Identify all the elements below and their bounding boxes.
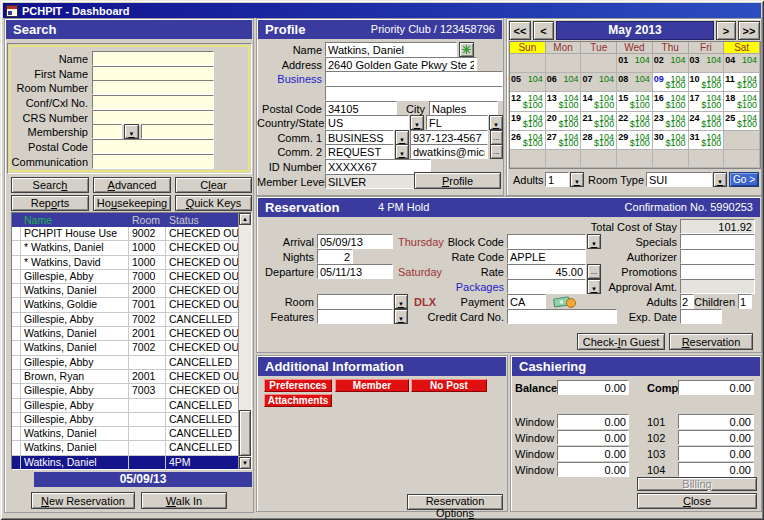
calendar-day-cell[interactable]: 03104 xyxy=(689,54,725,73)
calendar-day-cell[interactable]: 25104$100 xyxy=(724,112,760,131)
features-input[interactable] xyxy=(317,309,393,324)
room-type-dropdown-button[interactable]: ▼ xyxy=(713,172,727,187)
calendar-day-cell[interactable]: 13104$100 xyxy=(546,92,582,111)
search-membership-type-input[interactable] xyxy=(92,124,122,139)
rate-input[interactable] xyxy=(507,264,586,279)
prev-year-button[interactable]: << xyxy=(509,21,531,40)
scroll-up-button[interactable]: ▲ xyxy=(239,213,251,225)
advanced-button[interactable]: Advanced xyxy=(93,177,171,193)
search-crs-input[interactable] xyxy=(92,110,214,125)
name-column-header[interactable]: Name xyxy=(21,213,129,227)
business-input-2[interactable] xyxy=(325,86,503,101)
room-column-header[interactable]: Room xyxy=(129,213,166,227)
result-row[interactable]: Gillespie, AbbyCANCELLED xyxy=(12,356,239,370)
reports-button[interactable]: Reports xyxy=(11,195,89,211)
calendar-day-cell[interactable]: 19104$100 xyxy=(510,112,546,131)
search-name-input[interactable] xyxy=(92,51,214,66)
comm2-dropdown-button[interactable]: ▼ xyxy=(395,144,409,159)
search-conf-cxl-input[interactable] xyxy=(92,95,214,110)
room-dropdown-button[interactable]: ▼ xyxy=(394,294,408,309)
reservation-button[interactable]: Reservation xyxy=(669,333,753,350)
clear-button[interactable]: Clear xyxy=(175,177,252,193)
state-dropdown-button[interactable]: ▼ xyxy=(489,115,503,130)
membership-dropdown-button[interactable]: ▼ xyxy=(124,124,139,139)
results-scrollbar[interactable]: ▲ ▼ xyxy=(238,213,251,469)
children-input[interactable] xyxy=(738,294,752,309)
prev-month-button[interactable]: < xyxy=(533,21,554,40)
status-column-header[interactable]: Status xyxy=(166,213,239,227)
result-row[interactable]: PCHPIT House Use9002CHECKED OUT xyxy=(12,227,239,241)
rate-code-input[interactable] xyxy=(507,249,586,264)
calendar-day-cell[interactable]: 30104$100 xyxy=(653,131,689,150)
search-membership-input[interactable] xyxy=(141,124,214,139)
reservation-options-button[interactable]: Reservation Options xyxy=(407,494,503,510)
calendar-day-cell[interactable]: 27104$100 xyxy=(546,131,582,150)
result-row[interactable]: Gillespie, Abby7002CANCELLED xyxy=(12,313,239,327)
check-in-guest-button[interactable]: Check-In Guest xyxy=(577,333,665,350)
result-row[interactable]: Watkins, Daniel7002CHECKED OUT xyxy=(12,341,239,355)
block-code-input[interactable] xyxy=(507,234,586,249)
calendar-day-cell[interactable]: 20104$100 xyxy=(546,112,582,131)
features-dropdown-button[interactable]: ▼ xyxy=(394,309,408,324)
calendar-day-cell[interactable]: 08104 xyxy=(617,73,653,92)
walk-in-button[interactable]: Walk In xyxy=(141,492,227,509)
calendar-day-cell[interactable]: 04104 xyxy=(724,54,760,73)
calendar-day-cell[interactable]: 17104$100 xyxy=(689,92,725,111)
result-row[interactable]: * Watkins, David1000CHECKED OUT xyxy=(12,256,239,270)
scrollbar-thumb[interactable] xyxy=(239,410,251,456)
exp-date-input[interactable] xyxy=(680,309,722,324)
comm1-dropdown-button[interactable]: ▼ xyxy=(395,130,409,145)
calendar-day-cell[interactable]: 21104$100 xyxy=(581,112,617,131)
packages-input[interactable] xyxy=(507,279,586,294)
search-room-number-input[interactable] xyxy=(92,80,214,95)
room-type-input[interactable] xyxy=(646,172,712,187)
calendar-day-cell[interactable]: 18104$100 xyxy=(724,92,760,111)
state-input[interactable] xyxy=(426,115,488,130)
search-communication-input[interactable] xyxy=(92,154,214,169)
address-input[interactable] xyxy=(325,57,477,72)
calendar-day-cell[interactable]: 10104$100 xyxy=(689,73,725,92)
result-row[interactable]: Gillespie, Abby7000CHECKED OUT xyxy=(12,270,239,284)
result-row[interactable]: * Watkins, Daniel1000CHECKED OUT xyxy=(12,241,239,255)
close-button[interactable]: Close xyxy=(637,493,757,509)
calendar-day-cell[interactable]: 02104 xyxy=(653,54,689,73)
room-input[interactable] xyxy=(317,294,393,309)
comm1-ellipsis-button[interactable]: ... xyxy=(490,130,503,145)
payment-input[interactable] xyxy=(507,294,546,309)
comm1-type-input[interactable] xyxy=(325,130,394,145)
preferences-lamp[interactable]: Preferences xyxy=(264,379,332,392)
postal-code-input[interactable] xyxy=(325,101,397,116)
calendar-day-cell[interactable]: 22104$100 xyxy=(617,112,653,131)
calendar-day-cell[interactable]: 06104 xyxy=(546,73,582,92)
nights-input[interactable] xyxy=(317,249,353,264)
res-adults-input[interactable] xyxy=(680,294,694,309)
calendar-day-cell[interactable]: 05104 xyxy=(510,73,546,92)
calendar-day-cell[interactable]: 23104$100 xyxy=(653,112,689,131)
calendar-day-cell[interactable]: 24104$100 xyxy=(689,112,725,131)
arrival-input[interactable] xyxy=(317,234,393,249)
calendar-day-cell[interactable]: 26104$100 xyxy=(510,131,546,150)
member-lamp[interactable]: Member xyxy=(335,379,409,392)
search-postal-code-input[interactable] xyxy=(92,139,214,154)
city-input[interactable] xyxy=(429,101,498,116)
calendar-day-cell[interactable]: 28104$100 xyxy=(581,131,617,150)
result-row[interactable]: Watkins, Daniel4PM xyxy=(12,456,239,470)
result-row[interactable]: Watkins, Daniel2000CHECKED OUT xyxy=(12,284,239,298)
search-first-name-input[interactable] xyxy=(92,66,214,81)
calendar-day-cell[interactable]: 01104 xyxy=(617,54,653,73)
go-button[interactable]: Go > xyxy=(729,172,759,187)
search-button[interactable]: Search xyxy=(11,177,89,193)
no-post-lamp[interactable]: No Post xyxy=(411,379,487,392)
comm1-value-input[interactable] xyxy=(410,130,488,145)
comm2-ellipsis-button[interactable]: ... xyxy=(490,144,503,159)
promotions-input[interactable] xyxy=(680,264,755,279)
calendar-day-cell[interactable]: 16104$100 xyxy=(653,92,689,111)
new-reservation-button[interactable]: New Reservation xyxy=(31,492,135,509)
result-row[interactable]: Watkins, DanielCANCELLED xyxy=(12,441,239,455)
calendar-day-cell[interactable]: 09104$100 xyxy=(653,73,689,92)
business-input-1[interactable] xyxy=(325,71,503,86)
result-row[interactable]: Brown, Ryan2001CHECKED OUT xyxy=(12,370,239,384)
calendar-day-cell[interactable]: 14104$100 xyxy=(581,92,617,111)
result-row[interactable]: Gillespie, Abby7003CHECKED OUT xyxy=(12,384,239,398)
calendar-day-cell[interactable]: 11104$100 xyxy=(724,73,760,92)
